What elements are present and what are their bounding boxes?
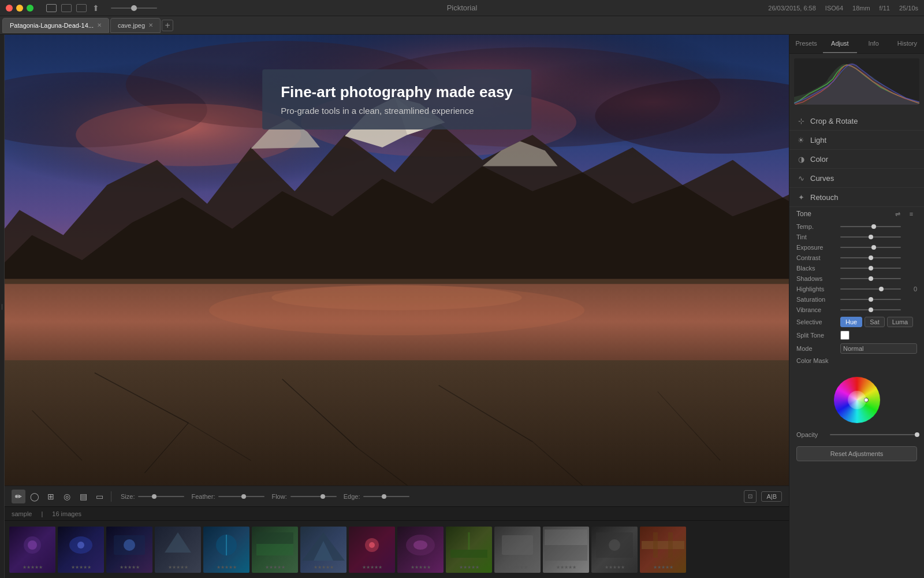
- tab-presets[interactable]: Presets: [789, 35, 823, 53]
- tone-controls: ⇌ ≡: [892, 209, 917, 218]
- toolbar-right: ⊡ A|B: [744, 490, 782, 503]
- blacks-slider[interactable]: [840, 268, 901, 269]
- zoom-slider[interactable]: [111, 8, 157, 9]
- edge-label: Edge:: [344, 493, 360, 500]
- shadows-row: Shadows: [796, 275, 917, 282]
- svg-rect-42: [256, 532, 293, 544]
- vibrance-slider[interactable]: [840, 309, 901, 310]
- color-header[interactable]: ◑ Color: [789, 150, 924, 168]
- retouch-icon: ✦: [796, 192, 806, 202]
- temp-slider[interactable]: [840, 226, 901, 227]
- retouch-header[interactable]: ✦ Retouch: [789, 188, 924, 206]
- split-tone-row: Split Tone: [796, 331, 917, 340]
- histogram: [794, 58, 919, 105]
- filmstrip-thumb-7[interactable]: ★★★★★: [300, 527, 346, 573]
- center-area: Fine-art photography made easy Pro-grade…: [5, 35, 789, 578]
- tab-cave[interactable]: cave.jpeg ✕: [110, 18, 161, 33]
- filmstrip-thumb-14[interactable]: ★★★★★: [640, 527, 686, 573]
- filmstrip-thumb-3[interactable]: ★★★★★: [106, 527, 152, 573]
- color-wheel[interactable]: [834, 377, 880, 423]
- curves-header[interactable]: ∿ Curves: [789, 169, 924, 187]
- crop-rotate-header[interactable]: ⊹ Crop & Rotate: [789, 112, 924, 130]
- gradient-tool-button[interactable]: ▤: [76, 490, 90, 503]
- feather-param: Feather:: [191, 493, 264, 500]
- selective-luma-button[interactable]: Luma: [887, 317, 914, 327]
- tab-label: cave.jpeg: [118, 22, 145, 29]
- saturation-slider[interactable]: [840, 299, 901, 300]
- filmstrip-thumb-8[interactable]: ★★★★★: [349, 527, 395, 573]
- left-panel-handle[interactable]: |: [0, 35, 5, 578]
- camera-info: 26/03/2015, 6:58 ISO64 18mm f/11 25/10s: [768, 5, 918, 12]
- view-single[interactable]: [46, 4, 57, 12]
- filmstrip-thumb-2[interactable]: ★★★★★: [58, 527, 104, 573]
- aperture: f/11: [880, 5, 890, 12]
- tab-label: Patagonia-Laguna-Dead-14...: [10, 22, 94, 29]
- tab-close-icon[interactable]: ✕: [97, 22, 102, 28]
- lasso-tool-button[interactable]: ◎: [60, 490, 74, 503]
- feather-slider[interactable]: [218, 496, 264, 497]
- contrast-label: Contrast: [796, 254, 838, 261]
- reset-adjustments-button[interactable]: Reset Adjustments: [796, 446, 917, 461]
- highlights-slider[interactable]: [840, 288, 901, 290]
- exposure-slider[interactable]: [840, 247, 901, 248]
- tint-slider[interactable]: [840, 236, 901, 238]
- blacks-label: Blacks: [796, 265, 838, 272]
- filmstrip-thumb-13[interactable]: ★★★★★: [591, 527, 638, 573]
- light-header[interactable]: ☀ Light: [789, 131, 924, 149]
- flow-param: Flow:: [271, 493, 336, 500]
- selective-label: Selective: [796, 318, 838, 325]
- split-tone-swatch[interactable]: [840, 331, 850, 340]
- view-split[interactable]: [61, 4, 72, 12]
- tab-history[interactable]: History: [891, 35, 924, 53]
- blacks-row: Blacks: [796, 265, 917, 272]
- contrast-slider[interactable]: [840, 257, 901, 258]
- eraser-tool-button[interactable]: ◯: [28, 490, 42, 503]
- pen-tool-button[interactable]: ✏: [12, 490, 25, 503]
- close-button[interactable]: [6, 5, 13, 12]
- opacity-slider[interactable]: [830, 434, 917, 435]
- vibrance-label: Vibrance: [796, 306, 838, 313]
- tab-info[interactable]: Info: [857, 35, 891, 53]
- svg-marker-21: [5, 360, 789, 486]
- crop-rotate-section: ⊹ Crop & Rotate: [789, 112, 924, 131]
- color-label: Color: [810, 155, 917, 164]
- mode-select[interactable]: Normal Multiply Screen Overlay: [840, 343, 917, 354]
- tab-adjust[interactable]: Adjust: [823, 35, 856, 53]
- filmstrip-thumb-11[interactable]: ★★★★★: [494, 527, 541, 573]
- image-canvas-area[interactable]: Fine-art photography made easy Pro-grade…: [5, 35, 789, 486]
- filmstrip-thumb-4[interactable]: ★★★★★: [155, 527, 201, 573]
- size-slider[interactable]: [138, 496, 184, 497]
- tone-menu-icon[interactable]: ≡: [906, 209, 917, 218]
- ab-button[interactable]: A|B: [761, 491, 782, 502]
- filmstrip-thumb-5[interactable]: ★★★★★: [203, 527, 249, 573]
- toolbar-separator: [111, 491, 111, 502]
- rect-tool-button[interactable]: ▭: [92, 490, 106, 503]
- filmstrip-thumb-1[interactable]: ★★★★★: [9, 527, 55, 573]
- filmstrip-thumb-6[interactable]: ★★★★★: [252, 527, 298, 573]
- maximize-button[interactable]: [27, 5, 33, 12]
- flow-slider[interactable]: [290, 496, 337, 497]
- minimize-button[interactable]: [16, 5, 23, 12]
- filmstrip-thumb-10[interactable]: ★★★★★: [446, 527, 492, 573]
- share-button[interactable]: ⬆: [91, 3, 100, 13]
- app-title: Picktorial: [447, 3, 478, 12]
- flow-label: Flow:: [271, 493, 286, 500]
- tab-patagonia[interactable]: Patagonia-Laguna-Dead-14... ✕: [2, 18, 109, 33]
- light-label: Light: [810, 136, 917, 144]
- shutter-speed: 25/10s: [899, 5, 918, 12]
- tab-close-icon[interactable]: ✕: [148, 22, 153, 28]
- selective-sat-button[interactable]: Sat: [865, 317, 885, 327]
- pipe-separator: |: [41, 510, 43, 517]
- add-tab-button[interactable]: +: [162, 20, 173, 31]
- compare-button[interactable]: ⊡: [744, 490, 757, 503]
- selective-hue-button[interactable]: Hue: [840, 317, 862, 327]
- tone-sliders-icon[interactable]: ⇌: [892, 209, 903, 218]
- filmstrip-thumb-12[interactable]: ★★★★★: [543, 527, 589, 573]
- shadows-slider[interactable]: [840, 278, 901, 279]
- view-grid[interactable]: [76, 4, 87, 12]
- filmstrip-thumb-9[interactable]: ★★★★★: [397, 527, 444, 573]
- edge-slider[interactable]: [363, 496, 409, 497]
- grid-tool-button[interactable]: ⊞: [44, 490, 58, 503]
- svg-rect-17: [5, 279, 789, 284]
- promo-subtitle: Pro-grade tools in a clean, streamlined …: [281, 106, 513, 116]
